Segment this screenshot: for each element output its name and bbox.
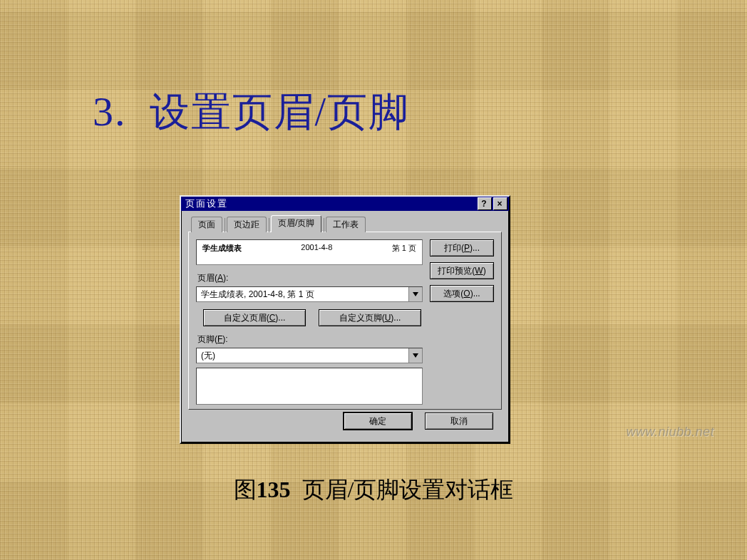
print-button[interactable]: 打印(P)... — [430, 239, 494, 256]
header-combo-value: 学生成绩表, 2001-4-8, 第 1 页 — [197, 287, 408, 301]
print-preview-button[interactable]: 打印预览(W) — [430, 262, 494, 279]
close-icon: × — [497, 199, 503, 209]
footer-combo-dropdown[interactable] — [408, 348, 422, 363]
svg-marker-1 — [413, 353, 418, 358]
tab-strip: 页面 页边距 页眉/页脚 工作表 — [188, 217, 502, 232]
tab-sheet[interactable]: 工作表 — [326, 217, 366, 232]
watermark: www.niubb.net — [626, 425, 714, 440]
help-button[interactable]: ? — [478, 197, 492, 210]
cancel-button[interactable]: 取消 — [425, 413, 493, 430]
slide-background: 3. 设置页眉/页脚 页面设置 ? × 页面 页边距 — [0, 0, 747, 560]
caption-number: 135 — [257, 477, 291, 502]
footer-combobox[interactable]: (无) — [196, 348, 423, 363]
chevron-down-icon — [413, 353, 418, 358]
tab-divider — [225, 218, 225, 232]
tab-divider — [324, 218, 324, 232]
custom-footer-button[interactable]: 自定义页脚(U)... — [319, 309, 421, 326]
header-combobox[interactable]: 学生成绩表, 2001-4-8, 第 1 页 — [196, 286, 423, 302]
footer-preview — [196, 368, 423, 405]
dialog-titlebar[interactable]: 页面设置 ? × — [181, 197, 509, 211]
tab-header-footer[interactable]: 页眉/页脚 — [271, 215, 321, 232]
header-preview-right: 第 1 页 — [392, 243, 416, 254]
header-combo-dropdown[interactable] — [408, 287, 422, 301]
footer-combo-value: (无) — [197, 348, 408, 363]
slide-heading: 3. 设置页眉/页脚 — [93, 85, 410, 140]
caption-prefix: 图 — [234, 477, 257, 502]
footer-label: 页脚(F): — [197, 333, 423, 346]
header-label: 页眉(A): — [197, 272, 423, 284]
page-setup-dialog: 页面设置 ? × 页面 页边距 页眉 — [180, 195, 510, 444]
custom-header-button[interactable]: 自定义页眉(C)... — [203, 309, 306, 326]
tab-panel: 学生成绩表 2001-4-8 第 1 页 页眉(A): 学生成绩表, 2001-… — [188, 232, 502, 410]
heading-number: 3. — [93, 88, 127, 135]
figure-caption: 图135 页眉/页脚设置对话框 — [0, 475, 747, 506]
ok-button[interactable]: 确定 — [344, 413, 412, 430]
chevron-down-icon — [413, 292, 418, 296]
options-button[interactable]: 选项(O)... — [430, 285, 494, 302]
header-preview: 学生成绩表 2001-4-8 第 1 页 — [196, 239, 423, 265]
heading-text: 设置页眉/页脚 — [150, 90, 411, 134]
close-button[interactable]: × — [493, 197, 508, 210]
tab-margins[interactable]: 页边距 — [227, 217, 267, 232]
help-icon: ? — [481, 199, 488, 209]
caption-text: 页眉/页脚设置对话框 — [302, 477, 514, 502]
dialog-title: 页面设置 — [185, 197, 228, 210]
tab-divider — [269, 218, 269, 232]
tab-page[interactable]: 页面 — [191, 217, 222, 232]
header-preview-center: 2001-4-8 — [242, 243, 392, 252]
header-preview-left: 学生成绩表 — [202, 243, 242, 254]
svg-marker-0 — [413, 292, 418, 296]
